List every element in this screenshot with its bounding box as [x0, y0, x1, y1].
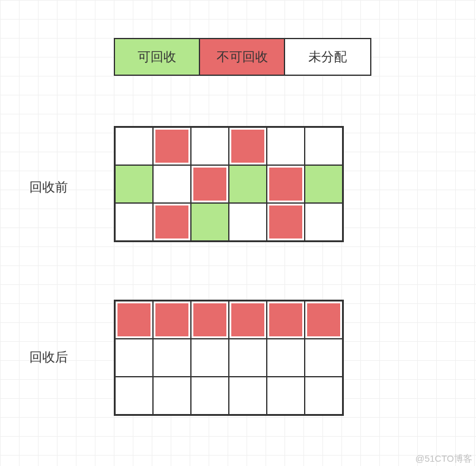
cell [229, 339, 267, 377]
cell [229, 301, 267, 339]
cell [191, 165, 229, 203]
label-after-collection: 回收后 [29, 349, 68, 366]
cell [267, 165, 305, 203]
cell [153, 165, 191, 203]
cell [229, 377, 267, 415]
cell [229, 127, 267, 165]
cell [153, 301, 191, 339]
cell [305, 203, 343, 241]
label-before-collection: 回收前 [29, 179, 68, 196]
legend: 可回收 不可回收 未分配 [114, 38, 371, 76]
cell [267, 339, 305, 377]
cell [115, 377, 153, 415]
cell [305, 165, 343, 203]
legend-unallocated: 未分配 [285, 39, 370, 75]
cell [267, 301, 305, 339]
memory-grid-before [114, 126, 344, 242]
cell [305, 377, 343, 415]
legend-recyclable: 可回收 [115, 39, 200, 75]
cell [191, 301, 229, 339]
cell [267, 203, 305, 241]
watermark: @51CTO博客 [415, 453, 472, 465]
cell [191, 377, 229, 415]
cell [191, 127, 229, 165]
cell [305, 127, 343, 165]
cell [115, 127, 153, 165]
cell [191, 339, 229, 377]
cell [229, 165, 267, 203]
memory-grid-after [114, 300, 344, 416]
cell [305, 301, 343, 339]
cell [305, 339, 343, 377]
cell [153, 339, 191, 377]
cell [115, 301, 153, 339]
legend-not-recyclable: 不可回收 [200, 39, 285, 75]
cell [153, 127, 191, 165]
cell [115, 339, 153, 377]
cell [267, 377, 305, 415]
cell [153, 377, 191, 415]
cell [267, 127, 305, 165]
cell [115, 165, 153, 203]
cell [115, 203, 153, 241]
cell [191, 203, 229, 241]
cell [153, 203, 191, 241]
cell [229, 203, 267, 241]
